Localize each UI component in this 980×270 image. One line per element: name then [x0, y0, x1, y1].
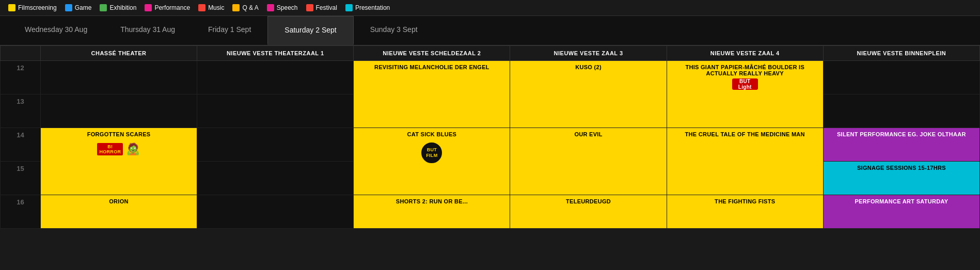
venue-header-nv4: NIEUWE VESTE ZAAL 4 — [667, 46, 823, 61]
table-row: 12 REVISITING MELANCHOLIE DER ENGEL KUSO… — [1, 61, 980, 94]
tabs-bar: Wednesday 30 Aug Thursday 31 Aug Friday … — [0, 16, 980, 45]
legend-game: Game — [65, 4, 92, 11]
tab-saturday[interactable]: Saturday 2 Sept — [267, 16, 353, 45]
calendar-wrapper: CHASSÉ THEATER NIEUWE VESTE THEATERZAAL … — [0, 45, 980, 229]
festival-label: Festival — [316, 4, 337, 11]
horror-silhouette: 🧟 — [126, 142, 140, 156]
cell-14-nv2[interactable]: CAT SICK BLUES BUTFILM — [354, 128, 510, 195]
cell-13-nv1 — [197, 94, 354, 128]
event-cat-sick-blues[interactable]: CAT SICK BLUES BUTFILM — [354, 128, 510, 195]
venue-header-binnen: NIEUWE VESTE BINNENPLEIN — [823, 46, 979, 61]
legend-speech: Speech — [267, 4, 298, 11]
table-row: 14 FORGOTTEN SCARES B!HORROR 🧟 CAT SICK … — [1, 128, 980, 162]
event-title: CAT SICK BLUES — [407, 131, 457, 137]
event-revisiting[interactable]: REVISITING MELANCHOLIE DER ENGEL — [354, 61, 510, 128]
cell-12-nv2[interactable]: REVISITING MELANCHOLIE DER ENGEL — [354, 61, 510, 128]
legend-performance: Performance — [145, 4, 190, 11]
filmscreening-dot — [8, 4, 15, 11]
time-12: 12 — [1, 61, 41, 94]
cell-13-chasse — [40, 94, 197, 128]
event-title: KUSO (2) — [575, 64, 602, 70]
tab-wednesday[interactable]: Wednesday 30 Aug — [8, 16, 104, 45]
cell-12-binnen — [823, 61, 979, 94]
cell-15-nv1 — [197, 162, 354, 195]
game-label: Game — [75, 4, 92, 11]
event-shorts2[interactable]: SHORTS 2: RUN OR BE... — [354, 195, 510, 228]
event-title: OUR EVIL — [574, 131, 602, 137]
event-title: SILENT PERFORMANCE EG. JOKE OLTHAAR — [837, 131, 966, 137]
qa-dot — [232, 4, 240, 11]
event-title: ORION — [109, 198, 129, 204]
event-title: THIS GIANT PAPIER-MÂCHÉ BOULDER IS ACTUA… — [671, 64, 819, 76]
cell-15-binnen[interactable]: SIGNAGE SESSIONS 15-17HRS — [823, 162, 979, 195]
tab-sunday[interactable]: Sunday 3 Sept — [354, 16, 434, 45]
event-title: THE CRUEL TALE OF THE MEDICINE MAN — [685, 131, 805, 137]
event-performance-art-saturday[interactable]: PERFORMANCE ART SATURDAY — [824, 195, 979, 228]
event-teleurdeugd[interactable]: TELEURDEUGD — [510, 195, 666, 228]
tab-thursday[interactable]: Thursday 31 Aug — [104, 16, 192, 45]
event-title: SIGNAGE SESSIONS 15-17HRS — [857, 165, 946, 171]
cell-12-nv4[interactable]: THIS GIANT PAPIER-MÂCHÉ BOULDER IS ACTUA… — [667, 61, 823, 128]
music-dot — [198, 4, 206, 11]
music-label: Music — [208, 4, 224, 11]
event-cruel-tale[interactable]: THE CRUEL TALE OF THE MEDICINE MAN — [667, 128, 823, 195]
venue-header-chasse: CHASSÉ THEATER — [40, 46, 197, 61]
event-fighting-fists[interactable]: THE FIGHTING FISTS — [667, 195, 823, 228]
exhibition-dot — [100, 4, 107, 11]
cell-12-nv3[interactable]: KUSO (2) — [510, 61, 667, 128]
legend-filmscreening: Filmscreening — [8, 4, 57, 11]
cell-14-chasse[interactable]: FORGOTTEN SCARES B!HORROR 🧟 — [40, 128, 197, 195]
cell-13-binnen — [823, 94, 979, 128]
performance-dot — [145, 4, 152, 11]
cell-14-nv3[interactable]: OUR EVIL — [510, 128, 667, 195]
event-our-evil[interactable]: OUR EVIL — [510, 128, 666, 195]
cell-16-nv1 — [197, 195, 354, 229]
cell-14-nv4[interactable]: THE CRUEL TALE OF THE MEDICINE MAN — [667, 128, 823, 195]
performance-label: Performance — [154, 4, 190, 11]
legend-qa: Q & A — [232, 4, 258, 11]
event-title: TELEURDEUGD — [566, 198, 611, 204]
but-light-logo: BUTLight — [732, 78, 758, 90]
event-forgotten-scares[interactable]: FORGOTTEN SCARES B!HORROR 🧟 — [41, 128, 197, 195]
speech-label: Speech — [277, 4, 298, 11]
tab-friday[interactable]: Friday 1 Sept — [192, 16, 267, 45]
event-signage-sessions[interactable]: SIGNAGE SESSIONS 15-17HRS — [824, 162, 979, 195]
cell-16-nv2[interactable]: SHORTS 2: RUN OR BE... — [354, 195, 510, 229]
horror-logo: B!HORROR 🧟 — [97, 142, 140, 156]
cell-14-nv1 — [197, 128, 354, 162]
cell-16-nv3[interactable]: TELEURDEUGD — [510, 195, 667, 229]
legend-bar: Filmscreening Game Exhibition Performanc… — [0, 0, 980, 16]
event-title: THE FIGHTING FISTS — [715, 198, 775, 204]
event-kuso[interactable]: KUSO (2) — [510, 61, 666, 128]
filmscreening-label: Filmscreening — [18, 4, 57, 11]
time-13: 13 — [1, 94, 41, 128]
but-film-logo: BUTFILM — [420, 141, 443, 164]
venue-header-nv1: NIEUWE VESTE THEATERZAAL 1 — [197, 46, 354, 61]
cell-12-chasse — [40, 61, 197, 94]
event-giant-boulder[interactable]: THIS GIANT PAPIER-MÂCHÉ BOULDER IS ACTUA… — [667, 61, 823, 128]
speech-dot — [267, 4, 274, 11]
cell-16-chasse[interactable]: ORION — [40, 195, 197, 229]
qa-label: Q & A — [242, 4, 258, 11]
cell-16-nv4[interactable]: THE FIGHTING FISTS — [667, 195, 823, 229]
game-dot — [65, 4, 72, 11]
horror-box: B!HORROR — [97, 143, 123, 155]
venue-header-nv2: NIEUWE VESTE SCHELDEZAAL 2 — [354, 46, 510, 61]
event-title: REVISITING MELANCHOLIE DER ENGEL — [374, 64, 489, 70]
calendar-table: CHASSÉ THEATER NIEUWE VESTE THEATERZAAL … — [0, 45, 980, 229]
exhibition-label: Exhibition — [109, 4, 136, 11]
time-header — [1, 46, 41, 61]
time-15: 15 — [1, 162, 41, 195]
legend-exhibition: Exhibition — [100, 4, 136, 11]
presentation-label: Presentation — [355, 4, 390, 11]
cell-14-binnen[interactable]: SILENT PERFORMANCE EG. JOKE OLTHAAR — [823, 128, 979, 162]
table-row: 16 ORION SHORTS 2: RUN OR BE... TELEURDE… — [1, 195, 980, 229]
event-orion[interactable]: ORION — [41, 195, 197, 228]
cell-12-nv1 — [197, 61, 354, 94]
cell-16-binnen[interactable]: PERFORMANCE ART SATURDAY — [823, 195, 979, 229]
legend-presentation: Presentation — [345, 4, 390, 11]
event-title: SHORTS 2: RUN OR BE... — [396, 198, 468, 204]
event-title: FORGOTTEN SCARES — [87, 131, 151, 137]
event-silent-performance[interactable]: SILENT PERFORMANCE EG. JOKE OLTHAAR — [824, 128, 979, 161]
presentation-dot — [345, 4, 353, 11]
